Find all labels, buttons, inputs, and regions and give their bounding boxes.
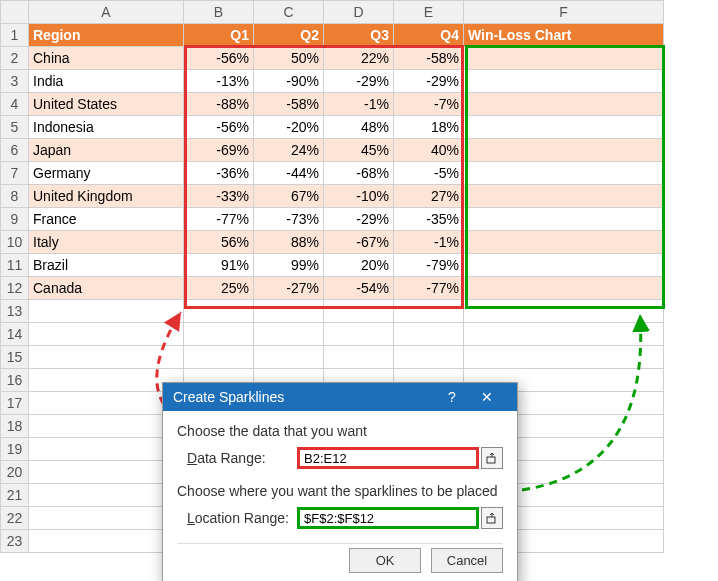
select-all-corner[interactable] bbox=[1, 1, 29, 24]
cell-q1[interactable]: -56% bbox=[184, 116, 254, 139]
ok-button[interactable]: OK bbox=[349, 548, 421, 573]
cell-empty[interactable] bbox=[184, 300, 254, 323]
row-header-14[interactable]: 14 bbox=[1, 323, 29, 346]
cell-winloss[interactable] bbox=[464, 139, 664, 162]
dialog-help-button[interactable]: ? bbox=[437, 389, 467, 405]
cell-empty[interactable] bbox=[394, 346, 464, 369]
cell-winloss[interactable] bbox=[464, 93, 664, 116]
header-winloss[interactable]: Win-Loss Chart bbox=[464, 24, 664, 47]
cell-q1[interactable]: 25% bbox=[184, 277, 254, 300]
dialog-close-button[interactable]: ✕ bbox=[467, 389, 507, 405]
cell-q4[interactable]: -29% bbox=[394, 70, 464, 93]
cell-region[interactable]: United States bbox=[29, 93, 184, 116]
cell-q2[interactable]: 67% bbox=[254, 185, 324, 208]
cell-q4[interactable]: -58% bbox=[394, 47, 464, 70]
cell-empty[interactable] bbox=[324, 346, 394, 369]
cell-winloss[interactable] bbox=[464, 162, 664, 185]
cell-empty[interactable] bbox=[184, 323, 254, 346]
cell-q3[interactable]: 20% bbox=[324, 254, 394, 277]
cell-q2[interactable]: 24% bbox=[254, 139, 324, 162]
cell-empty[interactable] bbox=[29, 346, 184, 369]
cell-winloss[interactable] bbox=[464, 208, 664, 231]
cell-region[interactable]: Japan bbox=[29, 139, 184, 162]
cell-q4[interactable]: -1% bbox=[394, 231, 464, 254]
cell-q2[interactable]: -58% bbox=[254, 93, 324, 116]
cancel-button[interactable]: Cancel bbox=[431, 548, 503, 573]
cell-empty[interactable] bbox=[254, 300, 324, 323]
cell-region[interactable]: India bbox=[29, 70, 184, 93]
row-header-22[interactable]: 22 bbox=[1, 507, 29, 530]
cell-q2[interactable]: -90% bbox=[254, 70, 324, 93]
cell-empty[interactable] bbox=[464, 300, 664, 323]
cell-region[interactable]: China bbox=[29, 47, 184, 70]
cell-q1[interactable]: 91% bbox=[184, 254, 254, 277]
cell-q3[interactable]: -1% bbox=[324, 93, 394, 116]
cell-q4[interactable]: 18% bbox=[394, 116, 464, 139]
cell-q1[interactable]: -33% bbox=[184, 185, 254, 208]
cell-q1[interactable]: -13% bbox=[184, 70, 254, 93]
cell-region[interactable]: France bbox=[29, 208, 184, 231]
cell-region[interactable]: Germany bbox=[29, 162, 184, 185]
cell-region[interactable]: United Kingdom bbox=[29, 185, 184, 208]
cell-empty[interactable] bbox=[254, 323, 324, 346]
cell-region[interactable]: Brazil bbox=[29, 254, 184, 277]
row-header-9[interactable]: 9 bbox=[1, 208, 29, 231]
cell-q3[interactable]: -29% bbox=[324, 70, 394, 93]
col-header-A[interactable]: A bbox=[29, 1, 184, 24]
cell-q2[interactable]: -44% bbox=[254, 162, 324, 185]
cell-empty[interactable] bbox=[29, 461, 184, 484]
data-range-input[interactable] bbox=[297, 447, 479, 469]
row-header-15[interactable]: 15 bbox=[1, 346, 29, 369]
row-header-4[interactable]: 4 bbox=[1, 93, 29, 116]
cell-q4[interactable]: 40% bbox=[394, 139, 464, 162]
cell-q2[interactable]: -20% bbox=[254, 116, 324, 139]
cell-winloss[interactable] bbox=[464, 70, 664, 93]
col-header-E[interactable]: E bbox=[394, 1, 464, 24]
row-header-1[interactable]: 1 bbox=[1, 24, 29, 47]
row-header-3[interactable]: 3 bbox=[1, 70, 29, 93]
col-header-D[interactable]: D bbox=[324, 1, 394, 24]
cell-winloss[interactable] bbox=[464, 116, 664, 139]
cell-empty[interactable] bbox=[29, 392, 184, 415]
cell-q4[interactable]: -35% bbox=[394, 208, 464, 231]
cell-winloss[interactable] bbox=[464, 47, 664, 70]
cell-empty[interactable] bbox=[464, 346, 664, 369]
cell-empty[interactable] bbox=[394, 300, 464, 323]
row-header-16[interactable]: 16 bbox=[1, 369, 29, 392]
row-header-11[interactable]: 11 bbox=[1, 254, 29, 277]
cell-q4[interactable]: -79% bbox=[394, 254, 464, 277]
col-header-B[interactable]: B bbox=[184, 1, 254, 24]
header-q4[interactable]: Q4 bbox=[394, 24, 464, 47]
cell-empty[interactable] bbox=[29, 300, 184, 323]
cell-region[interactable]: Canada bbox=[29, 277, 184, 300]
cell-empty[interactable] bbox=[254, 346, 324, 369]
cell-q3[interactable]: -10% bbox=[324, 185, 394, 208]
cell-q1[interactable]: 56% bbox=[184, 231, 254, 254]
row-header-5[interactable]: 5 bbox=[1, 116, 29, 139]
cell-q2[interactable]: 50% bbox=[254, 47, 324, 70]
cell-empty[interactable] bbox=[29, 415, 184, 438]
row-header-2[interactable]: 2 bbox=[1, 47, 29, 70]
cell-empty[interactable] bbox=[29, 438, 184, 461]
cell-q3[interactable]: 22% bbox=[324, 47, 394, 70]
row-header-19[interactable]: 19 bbox=[1, 438, 29, 461]
row-header-18[interactable]: 18 bbox=[1, 415, 29, 438]
row-header-10[interactable]: 10 bbox=[1, 231, 29, 254]
cell-empty[interactable] bbox=[29, 323, 184, 346]
cell-empty[interactable] bbox=[394, 323, 464, 346]
row-header-13[interactable]: 13 bbox=[1, 300, 29, 323]
cell-region[interactable]: Italy bbox=[29, 231, 184, 254]
cell-winloss[interactable] bbox=[464, 231, 664, 254]
cell-q3[interactable]: 45% bbox=[324, 139, 394, 162]
cell-q2[interactable]: 99% bbox=[254, 254, 324, 277]
cell-q2[interactable]: -27% bbox=[254, 277, 324, 300]
cell-q1[interactable]: -36% bbox=[184, 162, 254, 185]
row-header-20[interactable]: 20 bbox=[1, 461, 29, 484]
row-header-7[interactable]: 7 bbox=[1, 162, 29, 185]
cell-q4[interactable]: 27% bbox=[394, 185, 464, 208]
row-header-8[interactable]: 8 bbox=[1, 185, 29, 208]
cell-empty[interactable] bbox=[29, 484, 184, 507]
header-q2[interactable]: Q2 bbox=[254, 24, 324, 47]
location-range-input[interactable] bbox=[297, 507, 479, 529]
row-header-12[interactable]: 12 bbox=[1, 277, 29, 300]
